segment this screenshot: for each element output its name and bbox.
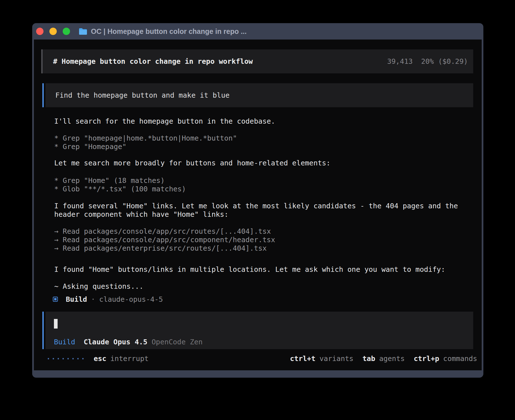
prompt-input[interactable]: BuildClaude Opus 4.5OpenCode Zen — [42, 312, 473, 349]
interrupt-hint: esc interrupt — [94, 355, 149, 363]
tool-call-line: → Read packages/console/app/src/componen… — [54, 236, 275, 244]
variants-key: ctrl+t — [290, 355, 315, 363]
traffic-lights — [36, 28, 70, 35]
status-message-line: ~ Asking questions... — [54, 282, 143, 291]
minimize-button[interactable] — [49, 28, 57, 35]
context-percent: 20% — [421, 57, 434, 65]
close-button[interactable] — [36, 28, 43, 35]
folder-icon — [78, 28, 88, 35]
interrupt-label: interrupt — [110, 355, 149, 363]
assistant-message-line: I'll search for the homepage button in t… — [54, 117, 275, 126]
agent-name: Build — [66, 295, 87, 303]
token-count: 39,413 — [387, 57, 413, 65]
window-title: OC | Homepage button color change in rep… — [91, 27, 246, 36]
commands-key: ctrl+p — [414, 355, 439, 363]
terminal-window: OC | Homepage button color change in rep… — [32, 23, 483, 378]
assistant-message-line: Let me search more broadly for buttons a… — [54, 159, 330, 167]
window-bottom-edge — [32, 370, 483, 378]
agents-key: tab — [363, 355, 375, 363]
commands-label: commands — [443, 355, 477, 363]
commands-hint: ctrl+p commands — [414, 355, 477, 363]
zoom-button[interactable] — [63, 28, 70, 35]
session-header: # Homepage button color change in repo w… — [41, 49, 473, 73]
agent-separator: · — [91, 295, 95, 303]
footer-agent-label: Build — [54, 338, 75, 346]
footer-provider-label: OpenCode Zen — [152, 338, 203, 346]
session-stats: 39,41320%($0.29) — [387, 57, 468, 65]
tool-call-line: * Grep "Home" (18 matches) — [54, 176, 165, 185]
interrupt-key: esc — [94, 355, 106, 363]
tool-call-line: * Glob "**/*.tsx" (100 matches) — [54, 185, 186, 193]
assistant-message-line: header component which have "Home" links… — [54, 210, 228, 219]
agent-model: claude-opus-4-5 — [99, 295, 163, 303]
build-agent-icon — [53, 297, 58, 302]
user-message-text: Find the homepage button and make it blu… — [55, 91, 230, 99]
footer-model-label: Claude Opus 4.5 — [84, 338, 147, 346]
user-message: Find the homepage button and make it blu… — [42, 83, 473, 107]
agents-label: agents — [379, 355, 405, 363]
input-footer: BuildClaude Opus 4.5OpenCode Zen — [54, 338, 203, 346]
assistant-message-line: I found several "Home" links. Let me loo… — [54, 202, 458, 210]
session-title: # Homepage button color change in repo w… — [53, 57, 253, 65]
session-cost: ($0.29) — [438, 57, 468, 65]
spinner-dots: ········ — [46, 355, 86, 363]
text-cursor — [54, 319, 58, 329]
agents-hint: tab agents — [363, 355, 405, 363]
assistant-message-line: I found "Home" buttons/links in multiple… — [54, 265, 445, 274]
keyboard-hints: ctrl+t variants tab agents ctrl+p comman… — [290, 355, 477, 363]
tool-call-line: → Read packages/enterprise/src/routes/[.… — [54, 244, 267, 253]
tool-call-line: → Read packages/console/app/src/routes/[… — [54, 227, 271, 236]
titlebar: OC | Homepage button color change in rep… — [32, 23, 483, 40]
agent-status-row: Build · claude-opus-4-5 — [53, 294, 163, 304]
status-bar: ········ esc interrupt ctrl+t variants t… — [34, 354, 482, 363]
terminal-content: # Homepage button color change in repo w… — [34, 40, 482, 370]
variants-hint: ctrl+t variants — [290, 355, 353, 363]
variants-label: variants — [319, 355, 353, 363]
tool-call-line: * Grep "Homepage" — [54, 143, 126, 151]
tool-call-line: * Grep "homepage|home.*button|Home.*butt… — [54, 134, 237, 143]
